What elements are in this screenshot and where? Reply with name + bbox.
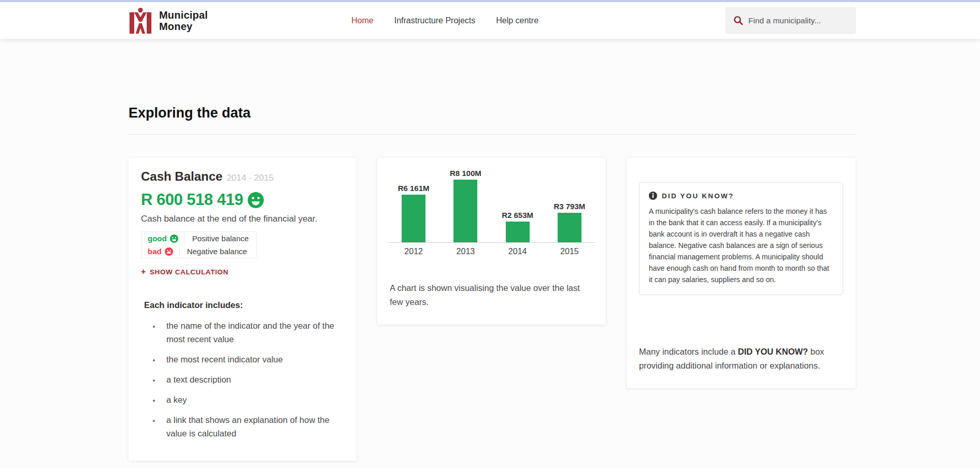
did-you-know-text: A municipality's cash balance refers to … bbox=[649, 206, 833, 285]
key-row-good: good Positive balance bbox=[141, 232, 256, 245]
plus-icon: + bbox=[141, 267, 146, 276]
bar-2015 bbox=[558, 213, 581, 242]
did-you-know-box: DID YOU KNOW? A municipality's cash bala… bbox=[639, 182, 843, 295]
example-cards-row: Cash Balance2014 - 2015 R 600 518 419 Ca… bbox=[129, 158, 856, 461]
municipality-search[interactable] bbox=[726, 7, 856, 34]
bar-value-label: R8 100M bbox=[450, 169, 481, 178]
bar-2014 bbox=[506, 222, 530, 242]
bar-2013 bbox=[453, 180, 477, 242]
indicator-period: 2014 - 2015 bbox=[226, 173, 274, 183]
x-axis-labels: 2012 2013 2014 2015 bbox=[388, 247, 595, 256]
bar-2012 bbox=[402, 195, 425, 242]
did-you-know-title: DID YOU KNOW? bbox=[662, 192, 734, 200]
includes-heading: Each indicator includes: bbox=[144, 300, 344, 310]
municipal-money-logo-mark-icon bbox=[129, 8, 152, 34]
smiley-face-icon bbox=[248, 192, 264, 208]
key-good-meaning: Positive balance bbox=[185, 232, 256, 245]
list-item: the name of the indicator and the year o… bbox=[161, 319, 344, 346]
bar-group-2014: R2 653M bbox=[492, 211, 544, 242]
show-calculation-link[interactable]: + SHOW CALCULATION bbox=[141, 267, 344, 276]
search-icon bbox=[733, 16, 743, 25]
show-calculation-label: SHOW CALCULATION bbox=[150, 268, 229, 276]
x-tick-label: 2014 bbox=[508, 247, 527, 256]
list-item: a link that shows an explanation of how … bbox=[161, 413, 344, 440]
search-input[interactable] bbox=[748, 16, 848, 25]
nav-infrastructure-projects[interactable]: Infrastructure Projects bbox=[394, 16, 476, 25]
bar-value-label: R2 653M bbox=[502, 211, 533, 220]
key-row-bad: bad Negative balance bbox=[141, 245, 256, 258]
indicator-value: R 600 518 419 bbox=[141, 191, 243, 209]
page-title: Exploring the data bbox=[129, 105, 856, 121]
main-content: Exploring the data Cash Balance2014 - 20… bbox=[129, 105, 856, 461]
bar-chart: R6 161M R8 100M R2 653M R3 793M bbox=[388, 165, 595, 243]
bar-value-label: R6 161M bbox=[398, 184, 430, 193]
key-bad-meaning: Negative balance bbox=[180, 245, 254, 258]
bar-value-label: R3 793M bbox=[553, 202, 585, 211]
logo-wordmark: Municipal Money bbox=[159, 9, 208, 32]
indicator-title-row: Cash Balance2014 - 2015 bbox=[141, 169, 344, 184]
smiley-face-icon bbox=[170, 235, 178, 243]
indicator-title: Cash Balance bbox=[141, 169, 222, 183]
list-item: a key bbox=[161, 393, 344, 406]
x-tick-label: 2013 bbox=[457, 247, 475, 256]
key-good-label: good bbox=[148, 234, 167, 243]
bar-group-2015: R3 793M bbox=[544, 202, 595, 242]
includes-list: the name of the indicator and the year o… bbox=[141, 319, 344, 440]
list-item: the most recent indicator value bbox=[161, 353, 344, 366]
main-nav: Home Infrastructure Projects Help centre bbox=[351, 16, 538, 25]
chart-caption: A chart is shown visualising the value o… bbox=[388, 281, 595, 309]
did-you-know-note: Many indicators include a DID YOU KNOW? … bbox=[639, 345, 843, 373]
list-item: a text description bbox=[161, 373, 344, 386]
frowny-face-icon bbox=[165, 247, 173, 256]
x-tick-label: 2012 bbox=[404, 247, 423, 256]
indicator-description: Cash balance at the end of the financial… bbox=[141, 214, 344, 224]
bar-group-2013: R8 100M bbox=[439, 169, 491, 242]
logo[interactable]: Municipal Money bbox=[129, 8, 208, 34]
key-bad-label: bad bbox=[148, 247, 162, 256]
nav-help-centre[interactable]: Help centre bbox=[496, 16, 538, 25]
indicator-key: good Positive balance bbox=[141, 231, 257, 258]
chart-example-card: R6 161M R8 100M R2 653M R3 793M 2012 bbox=[377, 158, 606, 325]
indicator-example-card: Cash Balance2014 - 2015 R 600 518 419 Ca… bbox=[129, 158, 357, 461]
did-you-know-note-bold: DID YOU KNOW? bbox=[738, 347, 808, 356]
nav-home[interactable]: Home bbox=[351, 16, 374, 25]
x-tick-label: 2015 bbox=[560, 247, 579, 256]
title-divider bbox=[129, 134, 856, 135]
site-header: Municipal Money Home Infrastructure Proj… bbox=[0, 2, 980, 39]
bar-group-2012: R6 161M bbox=[388, 184, 439, 242]
info-icon bbox=[649, 192, 657, 200]
did-you-know-example-card: DID YOU KNOW? A municipality's cash bala… bbox=[627, 158, 856, 388]
